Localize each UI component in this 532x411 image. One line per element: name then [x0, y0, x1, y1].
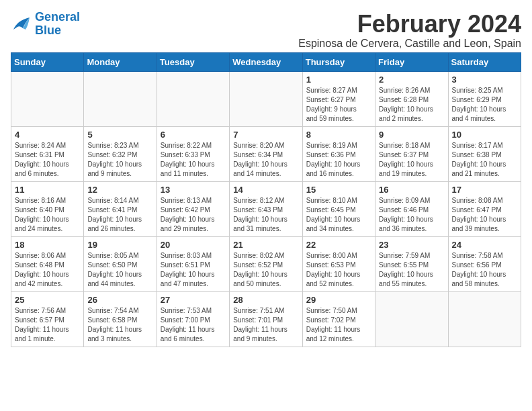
day-number: 1 [306, 75, 371, 85]
calendar-week-2: 4Sunrise: 8:24 AMSunset: 6:31 PMDaylight… [11, 126, 521, 181]
day-number: 22 [306, 240, 371, 250]
location-title: Espinosa de Cervera, Castille and Leon, … [298, 38, 521, 50]
day-info: Sunrise: 8:06 AMSunset: 6:48 PMDaylight:… [15, 251, 80, 289]
day-number: 12 [87, 185, 152, 195]
calendar-table: SundayMondayTuesdayWednesdayThursdayFrid… [11, 52, 521, 347]
calendar-cell: 19Sunrise: 8:05 AMSunset: 6:50 PMDayligh… [84, 236, 157, 291]
day-info: Sunrise: 8:08 AMSunset: 6:47 PMDaylight:… [452, 196, 517, 234]
page-header: General Blue February 2024 Espinosa de C… [11, 11, 521, 50]
day-number: 15 [306, 185, 371, 195]
calendar-week-5: 25Sunrise: 7:56 AMSunset: 6:57 PMDayligh… [11, 291, 521, 347]
calendar-cell: 6Sunrise: 8:22 AMSunset: 6:33 PMDaylight… [157, 126, 229, 181]
day-number: 29 [306, 295, 371, 305]
calendar-week-3: 11Sunrise: 8:16 AMSunset: 6:40 PMDayligh… [11, 181, 521, 236]
day-header-sunday: Sunday [11, 52, 84, 71]
calendar-cell: 8Sunrise: 8:19 AMSunset: 6:36 PMDaylight… [302, 126, 375, 181]
calendar-cell: 4Sunrise: 8:24 AMSunset: 6:31 PMDaylight… [11, 126, 84, 181]
calendar-cell: 1Sunrise: 8:27 AMSunset: 6:27 PMDaylight… [302, 71, 375, 126]
title-block: February 2024 Espinosa de Cervera, Casti… [298, 11, 521, 50]
day-info: Sunrise: 8:18 AMSunset: 6:37 PMDaylight:… [379, 141, 444, 179]
day-number: 8 [306, 130, 371, 140]
calendar-header-row: SundayMondayTuesdayWednesdayThursdayFrid… [11, 52, 521, 71]
day-info: Sunrise: 8:20 AMSunset: 6:34 PMDaylight:… [233, 141, 298, 179]
day-number: 5 [87, 130, 152, 140]
calendar-cell: 5Sunrise: 8:23 AMSunset: 6:32 PMDaylight… [84, 126, 157, 181]
calendar-cell: 10Sunrise: 8:17 AMSunset: 6:38 PMDayligh… [448, 126, 521, 181]
day-info: Sunrise: 8:26 AMSunset: 6:28 PMDaylight:… [379, 86, 444, 124]
day-number: 9 [379, 130, 444, 140]
day-number: 27 [161, 295, 226, 305]
calendar-cell: 29Sunrise: 7:50 AMSunset: 7:02 PMDayligh… [302, 291, 375, 347]
calendar-cell [11, 71, 84, 126]
day-info: Sunrise: 8:02 AMSunset: 6:52 PMDaylight:… [233, 251, 298, 289]
calendar-cell: 24Sunrise: 7:58 AMSunset: 6:56 PMDayligh… [448, 236, 521, 291]
day-info: Sunrise: 8:13 AMSunset: 6:42 PMDaylight:… [161, 196, 226, 234]
day-info: Sunrise: 8:12 AMSunset: 6:43 PMDaylight:… [233, 196, 298, 234]
day-number: 6 [161, 130, 226, 140]
day-info: Sunrise: 7:51 AMSunset: 7:01 PMDaylight:… [233, 306, 298, 344]
day-info: Sunrise: 7:58 AMSunset: 6:56 PMDaylight:… [452, 251, 517, 289]
day-info: Sunrise: 7:59 AMSunset: 6:55 PMDaylight:… [379, 251, 444, 289]
day-header-wednesday: Wednesday [230, 52, 302, 71]
day-info: Sunrise: 8:23 AMSunset: 6:32 PMDaylight:… [87, 141, 152, 179]
calendar-cell [375, 291, 448, 347]
day-info: Sunrise: 8:16 AMSunset: 6:40 PMDaylight:… [15, 196, 80, 234]
calendar-week-4: 18Sunrise: 8:06 AMSunset: 6:48 PMDayligh… [11, 236, 521, 291]
day-header-monday: Monday [84, 52, 157, 71]
day-info: Sunrise: 8:17 AMSunset: 6:38 PMDaylight:… [452, 141, 517, 179]
day-number: 17 [452, 185, 517, 195]
day-info: Sunrise: 8:24 AMSunset: 6:31 PMDaylight:… [15, 141, 80, 179]
calendar-cell: 15Sunrise: 8:10 AMSunset: 6:45 PMDayligh… [302, 181, 375, 236]
day-info: Sunrise: 8:19 AMSunset: 6:36 PMDaylight:… [306, 141, 371, 179]
calendar-week-1: 1Sunrise: 8:27 AMSunset: 6:27 PMDaylight… [11, 71, 521, 126]
day-header-thursday: Thursday [302, 52, 375, 71]
day-number: 21 [233, 240, 298, 250]
month-title: February 2024 [298, 11, 521, 38]
day-number: 20 [161, 240, 226, 250]
calendar-cell: 28Sunrise: 7:51 AMSunset: 7:01 PMDayligh… [230, 291, 302, 347]
day-info: Sunrise: 7:53 AMSunset: 7:00 PMDaylight:… [161, 306, 226, 344]
day-info: Sunrise: 8:03 AMSunset: 6:51 PMDaylight:… [161, 251, 226, 289]
calendar-cell [157, 71, 229, 126]
calendar-cell: 23Sunrise: 7:59 AMSunset: 6:55 PMDayligh… [375, 236, 448, 291]
calendar-cell: 27Sunrise: 7:53 AMSunset: 7:00 PMDayligh… [157, 291, 229, 347]
day-info: Sunrise: 8:05 AMSunset: 6:50 PMDaylight:… [87, 251, 152, 289]
calendar-cell: 21Sunrise: 8:02 AMSunset: 6:52 PMDayligh… [230, 236, 302, 291]
calendar-cell: 20Sunrise: 8:03 AMSunset: 6:51 PMDayligh… [157, 236, 229, 291]
calendar-cell: 22Sunrise: 8:00 AMSunset: 6:53 PMDayligh… [302, 236, 375, 291]
day-number: 2 [379, 75, 444, 85]
day-number: 14 [233, 185, 298, 195]
day-number: 7 [233, 130, 298, 140]
calendar-cell: 9Sunrise: 8:18 AMSunset: 6:37 PMDaylight… [375, 126, 448, 181]
day-info: Sunrise: 8:25 AMSunset: 6:29 PMDaylight:… [452, 86, 517, 124]
calendar-cell: 13Sunrise: 8:13 AMSunset: 6:42 PMDayligh… [157, 181, 229, 236]
calendar-cell: 18Sunrise: 8:06 AMSunset: 6:48 PMDayligh… [11, 236, 84, 291]
day-number: 19 [87, 240, 152, 250]
day-number: 10 [452, 130, 517, 140]
day-number: 26 [87, 295, 152, 305]
day-number: 13 [161, 185, 226, 195]
day-info: Sunrise: 8:00 AMSunset: 6:53 PMDaylight:… [306, 251, 371, 289]
logo-blue: Blue [35, 24, 61, 37]
day-number: 4 [15, 130, 80, 140]
day-number: 3 [452, 75, 517, 85]
day-number: 16 [379, 185, 444, 195]
calendar-cell: 3Sunrise: 8:25 AMSunset: 6:29 PMDaylight… [448, 71, 521, 126]
logo-icon [11, 15, 32, 34]
calendar-cell: 14Sunrise: 8:12 AMSunset: 6:43 PMDayligh… [230, 181, 302, 236]
calendar-cell: 16Sunrise: 8:09 AMSunset: 6:46 PMDayligh… [375, 181, 448, 236]
day-header-tuesday: Tuesday [157, 52, 229, 71]
day-number: 28 [233, 295, 298, 305]
calendar-cell [84, 71, 157, 126]
calendar-cell: 7Sunrise: 8:20 AMSunset: 6:34 PMDaylight… [230, 126, 302, 181]
day-info: Sunrise: 8:22 AMSunset: 6:33 PMDaylight:… [161, 141, 226, 179]
calendar-cell [448, 291, 521, 347]
calendar-cell [230, 71, 302, 126]
day-number: 24 [452, 240, 517, 250]
day-info: Sunrise: 8:14 AMSunset: 6:41 PMDaylight:… [87, 196, 152, 234]
logo: General Blue [11, 11, 80, 38]
calendar-cell: 12Sunrise: 8:14 AMSunset: 6:41 PMDayligh… [84, 181, 157, 236]
calendar-cell: 2Sunrise: 8:26 AMSunset: 6:28 PMDaylight… [375, 71, 448, 126]
day-header-friday: Friday [375, 52, 448, 71]
day-info: Sunrise: 8:27 AMSunset: 6:27 PMDaylight:… [306, 86, 371, 124]
